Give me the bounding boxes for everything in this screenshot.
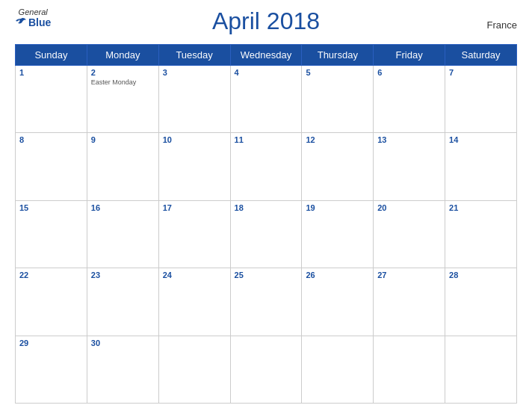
week-row-1: 12Easter Monday34567 bbox=[16, 66, 517, 133]
day-number: 22 bbox=[19, 271, 83, 279]
calendar-cell: 7 bbox=[445, 66, 517, 133]
calendar-cell: 2Easter Monday bbox=[87, 66, 158, 133]
calendar-cell: 28 bbox=[445, 268, 517, 336]
weekday-header-friday: Friday bbox=[374, 45, 445, 66]
calendar-cell bbox=[302, 336, 374, 403]
calendar-cell: 21 bbox=[445, 200, 517, 268]
calendar-cell bbox=[374, 336, 445, 403]
calendar-cell: 11 bbox=[230, 133, 302, 200]
calendar-cell: 6 bbox=[374, 66, 445, 133]
calendar-cell: 3 bbox=[158, 66, 230, 133]
day-number: 19 bbox=[306, 203, 369, 212]
calendar-cell: 15 bbox=[16, 200, 87, 268]
calendar-cell: 16 bbox=[87, 200, 158, 268]
calendar-cell: 1 bbox=[16, 66, 87, 133]
day-number: 16 bbox=[91, 203, 155, 212]
day-number: 6 bbox=[377, 68, 441, 77]
logo: General Blue bbox=[15, 7, 51, 28]
calendar-cell: 27 bbox=[374, 268, 445, 336]
day-number: 12 bbox=[306, 135, 369, 144]
weekday-header-row: SundayMondayTuesdayWednesdayThursdayFrid… bbox=[16, 45, 517, 66]
day-number: 17 bbox=[163, 203, 226, 212]
calendar-cell: 23 bbox=[87, 268, 158, 336]
weekday-header-wednesday: Wednesday bbox=[230, 45, 302, 66]
bird-icon bbox=[15, 17, 27, 28]
calendar-cell: 19 bbox=[302, 200, 374, 268]
day-number: 5 bbox=[306, 68, 369, 77]
day-number: 24 bbox=[163, 271, 226, 279]
day-number: 4 bbox=[235, 68, 298, 77]
calendar-title: April 2018 bbox=[212, 7, 320, 35]
day-number: 20 bbox=[377, 203, 441, 212]
calendar-cell: 4 bbox=[230, 66, 302, 133]
calendar-cell: 5 bbox=[302, 66, 374, 133]
calendar-cell: 14 bbox=[445, 133, 517, 200]
day-number: 25 bbox=[235, 271, 298, 279]
week-row-4: 22232425262728 bbox=[16, 268, 517, 336]
week-row-2: 891011121314 bbox=[16, 133, 517, 200]
day-number: 9 bbox=[91, 135, 155, 144]
day-number: 27 bbox=[377, 271, 441, 279]
day-number: 13 bbox=[377, 135, 441, 144]
weekday-header-monday: Monday bbox=[87, 45, 158, 66]
day-number: 7 bbox=[449, 68, 513, 77]
calendar-cell: 25 bbox=[230, 268, 302, 336]
day-number: 28 bbox=[449, 271, 513, 279]
calendar-cell: 30 bbox=[87, 336, 158, 403]
day-number: 8 bbox=[19, 135, 83, 144]
calendar-cell: 9 bbox=[87, 133, 158, 200]
calendar-cell: 29 bbox=[16, 336, 87, 403]
weekday-header-thursday: Thursday bbox=[302, 45, 374, 66]
day-number: 23 bbox=[91, 271, 155, 279]
weekday-header-saturday: Saturday bbox=[445, 45, 517, 66]
day-number: 30 bbox=[91, 339, 155, 347]
calendar-cell bbox=[158, 336, 230, 403]
logo-general: General bbox=[19, 7, 48, 16]
calendar-cell: 17 bbox=[158, 200, 230, 268]
week-row-3: 15161718192021 bbox=[16, 200, 517, 268]
calendar-cell: 10 bbox=[158, 133, 230, 200]
logo-blue: Blue bbox=[15, 16, 51, 28]
day-number: 3 bbox=[163, 68, 226, 77]
calendar-cell: 20 bbox=[374, 200, 445, 268]
calendar-cell: 13 bbox=[374, 133, 445, 200]
calendar-cell: 8 bbox=[16, 133, 87, 200]
calendar-cell: 24 bbox=[158, 268, 230, 336]
weekday-header-tuesday: Tuesday bbox=[158, 45, 230, 66]
day-number: 15 bbox=[19, 203, 83, 212]
calendar-cell: 26 bbox=[302, 268, 374, 336]
calendar-cell: 12 bbox=[302, 133, 374, 200]
calendar-cell: 18 bbox=[230, 200, 302, 268]
day-number: 14 bbox=[449, 135, 513, 144]
calendar-header: General Blue April 2018 France bbox=[15, 7, 517, 41]
day-number: 18 bbox=[235, 203, 298, 212]
day-number: 26 bbox=[306, 271, 369, 279]
day-number: 21 bbox=[449, 203, 513, 212]
calendar-cell: 22 bbox=[16, 268, 87, 336]
day-number: 10 bbox=[163, 135, 226, 144]
calendar-cell bbox=[230, 336, 302, 403]
calendar-cell bbox=[445, 336, 517, 403]
calendar-table: SundayMondayTuesdayWednesdayThursdayFrid… bbox=[15, 44, 517, 404]
day-number: 11 bbox=[235, 135, 298, 144]
country-label: France bbox=[487, 19, 517, 30]
day-number: 2 bbox=[91, 68, 155, 77]
holiday-label: Easter Monday bbox=[91, 78, 155, 86]
day-number: 29 bbox=[19, 339, 83, 347]
weekday-header-sunday: Sunday bbox=[16, 45, 87, 66]
week-row-5: 2930 bbox=[16, 336, 517, 403]
day-number: 1 bbox=[19, 68, 83, 77]
